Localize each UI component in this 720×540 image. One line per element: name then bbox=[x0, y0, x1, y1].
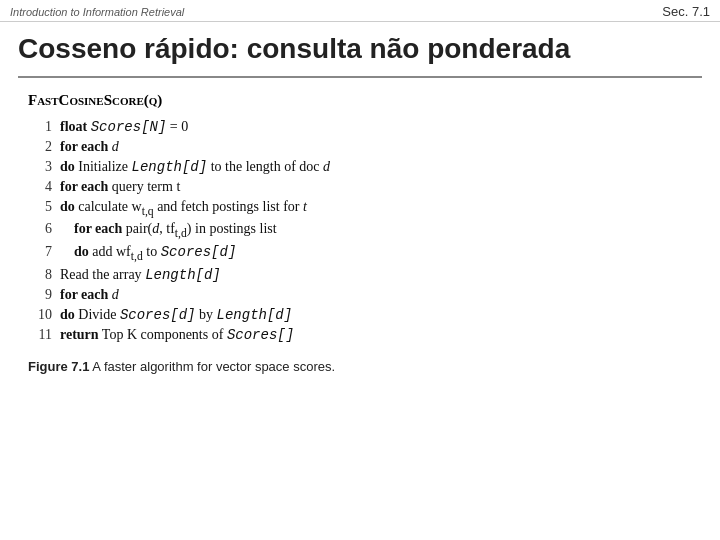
algo-line: 4for each query term t bbox=[28, 177, 702, 197]
algo-line: 9for each d bbox=[28, 285, 702, 305]
line-number: 3 bbox=[28, 157, 56, 177]
algo-line: 2for each d bbox=[28, 137, 702, 157]
line-number: 8 bbox=[28, 265, 56, 285]
line-number: 6 bbox=[28, 219, 56, 242]
line-number: 11 bbox=[28, 325, 56, 345]
algo-line: 10do Divide Scores[d] by Length[d] bbox=[28, 305, 702, 325]
algo-line: 7 do add wft,d to Scores[d] bbox=[28, 242, 702, 265]
line-number: 2 bbox=[28, 137, 56, 157]
header-course-title: Introduction to Information Retrieval bbox=[10, 6, 184, 18]
line-number: 5 bbox=[28, 197, 56, 220]
line-content: do calculate wt,q and fetch postings lis… bbox=[56, 197, 702, 220]
line-content: return Top K components of Scores[] bbox=[56, 325, 702, 345]
page-header: Introduction to Information Retrieval Se… bbox=[0, 0, 720, 22]
line-number: 1 bbox=[28, 117, 56, 137]
title-divider bbox=[18, 76, 702, 78]
algorithm-table: 1float Scores[N] = 02for each d3do Initi… bbox=[28, 117, 702, 345]
line-content: for each d bbox=[56, 285, 702, 305]
line-number: 7 bbox=[28, 242, 56, 265]
line-content: for each pair(d, tft,d) in postings list bbox=[56, 219, 702, 242]
line-content: float Scores[N] = 0 bbox=[56, 117, 702, 137]
algorithm-content: FastCosineScore(q) 1float Scores[N] = 02… bbox=[0, 88, 720, 384]
algo-line: 5do calculate wt,q and fetch postings li… bbox=[28, 197, 702, 220]
figure-caption: Figure 7.1 A faster algorithm for vector… bbox=[28, 359, 702, 374]
line-number: 4 bbox=[28, 177, 56, 197]
algo-line: 8Read the array Length[d] bbox=[28, 265, 702, 285]
line-content: do Divide Scores[d] by Length[d] bbox=[56, 305, 702, 325]
algo-line: 3do Initialize Length[d] to the length o… bbox=[28, 157, 702, 177]
line-content: Read the array Length[d] bbox=[56, 265, 702, 285]
line-content: do Initialize Length[d] to the length of… bbox=[56, 157, 702, 177]
figure-label: Figure 7.1 bbox=[28, 359, 89, 374]
line-content: do add wft,d to Scores[d] bbox=[56, 242, 702, 265]
algo-line: 11return Top K components of Scores[] bbox=[28, 325, 702, 345]
algorithm-name: FastCosineScore(q) bbox=[28, 92, 702, 109]
line-content: for each d bbox=[56, 137, 702, 157]
algo-line: 6 for each pair(d, tft,d) in postings li… bbox=[28, 219, 702, 242]
figure-text: A faster algorithm for vector space scor… bbox=[92, 359, 335, 374]
line-content: for each query term t bbox=[56, 177, 702, 197]
header-section: Sec. 7.1 bbox=[662, 4, 710, 19]
algo-line: 1float Scores[N] = 0 bbox=[28, 117, 702, 137]
line-number: 10 bbox=[28, 305, 56, 325]
line-number: 9 bbox=[28, 285, 56, 305]
page-title: Cosseno rápido: consulta não ponderada bbox=[0, 22, 720, 72]
